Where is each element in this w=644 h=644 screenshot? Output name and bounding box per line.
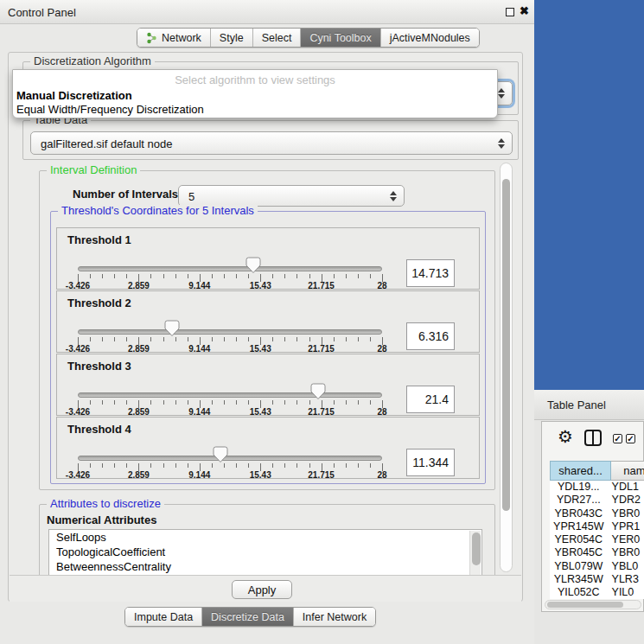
table-row[interactable]: YIL052CYIL0 — [550, 586, 644, 599]
threshold-value-input[interactable] — [406, 259, 455, 287]
slider-thumb[interactable] — [164, 320, 180, 337]
tick-mark — [358, 463, 359, 468]
attributes-list-scrollbar[interactable] — [469, 531, 481, 576]
table-cell: YBR045C — [550, 546, 608, 559]
tick-label: 15.43 — [250, 281, 271, 290]
table-data-group: Table Data galFiltered.sif default node — [22, 120, 519, 160]
tick-mark — [212, 400, 213, 405]
tab-select[interactable]: Select — [252, 29, 301, 47]
split-column-icon[interactable] — [583, 429, 603, 448]
slider-track[interactable] — [78, 456, 382, 461]
tick-mark — [188, 337, 188, 341]
bottom-tab-impute-data[interactable]: Impute Data — [125, 608, 201, 626]
tab-cyni-toolbox[interactable]: Cyni Toolbox — [300, 29, 379, 47]
attributes-list-scrollbar-thumb[interactable] — [472, 532, 481, 565]
table-row[interactable]: YDR27...YDR2 — [550, 494, 644, 507]
table-row[interactable]: YPR145WYPR1 — [550, 520, 644, 533]
table-horizontal-scrollbar-thumb[interactable] — [547, 602, 623, 608]
tick-label: 21.715 — [308, 470, 335, 480]
bottom-tab-label: Impute Data — [134, 611, 193, 623]
tab-jactivemnodules[interactable]: jActiveMNodules — [380, 29, 479, 47]
table-row[interactable]: YBR043CYBR0 — [550, 507, 644, 520]
tick-mark — [90, 274, 91, 278]
tick-label: 15.43 — [250, 470, 271, 480]
tick-mark — [334, 274, 335, 278]
popup-item-equal-width-frequency-discretization[interactable]: Equal Width/Frequency Discretization — [15, 103, 495, 117]
tick-label: 28 — [377, 281, 386, 290]
tick-mark — [163, 463, 164, 468]
tick-mark — [114, 400, 115, 405]
control-panel-title: Control Panel — [8, 6, 76, 19]
slider-thumb[interactable] — [245, 257, 261, 274]
tick-mark — [175, 463, 176, 468]
attribute-item-selfloops[interactable]: SelfLoops — [49, 530, 481, 545]
bottom-tab-discretize-data[interactable]: Discretize Data — [201, 608, 293, 626]
gear-icon[interactable]: ⚙ — [558, 427, 573, 446]
slider-thumb[interactable] — [310, 383, 326, 400]
close-icon[interactable]: ✖ — [520, 4, 529, 17]
tick-mark — [150, 274, 151, 278]
control-panel-titlebar: Control Panel ✖ — [0, 0, 534, 24]
table-panel-body: ⚙ ✓ ✓ shared...name YDL19...YDL1YDR27...… — [541, 421, 644, 612]
table-cell: YBR0 — [608, 507, 644, 520]
column-header-shared-[interactable]: shared... — [550, 461, 611, 481]
tick-label: 9.144 — [188, 344, 210, 354]
table-row[interactable]: YBR045CYBR0 — [550, 546, 644, 559]
tab-network[interactable]: Network — [137, 29, 210, 47]
table-row[interactable]: YDL19...YDL1 — [550, 481, 644, 494]
threshold-value-input[interactable] — [406, 322, 455, 350]
threshold-value-input[interactable] — [406, 449, 455, 476]
tab-style[interactable]: Style — [210, 29, 252, 47]
slider-track[interactable] — [78, 266, 382, 271]
table-row[interactable]: YBL079WYBL0 — [550, 560, 644, 573]
tick-mark — [309, 274, 310, 278]
table-header-row: shared...name — [550, 461, 644, 481]
tick-label: 28 — [377, 344, 386, 354]
tick-mark — [370, 274, 371, 278]
tick-mark — [90, 463, 91, 468]
tick-mark — [296, 463, 297, 468]
tick-mark — [236, 274, 237, 278]
network-window-frame: GAL80GACGAL11GAL4GCY1HHAP2 — [534, 0, 644, 390]
tick-mark — [212, 463, 213, 468]
threshold-panel-3: Threshold 3-3.4262.8599.14415.4321.71528 — [56, 354, 480, 416]
table-row[interactable]: YLR345WYLR3 — [550, 573, 644, 586]
checkbox-checked-icon[interactable]: ✓ — [613, 434, 622, 443]
table-cell: YDL19... — [550, 481, 608, 494]
tick-label: 28 — [377, 407, 386, 417]
table-cell: YER0 — [608, 533, 644, 546]
settings-scrollbar-thumb[interactable] — [502, 179, 510, 511]
tick-labels: -3.4262.8599.14415.4321.71528 — [78, 344, 382, 354]
bottom-tabs: Impute DataDiscretize DataInfer Network — [124, 607, 376, 627]
tab-label: Cyni Toolbox — [309, 32, 371, 44]
tick-label: -3.426 — [66, 470, 90, 480]
threshold-value-input[interactable] — [406, 386, 455, 413]
bottom-tab-infer-network[interactable]: Infer Network — [293, 608, 375, 626]
slider-track[interactable] — [78, 392, 382, 398]
table-data-combobox[interactable]: galFiltered.sif default node — [30, 131, 513, 155]
float-window-icon[interactable] — [506, 8, 514, 16]
combo-arrows-icon — [498, 88, 505, 99]
numerical-attributes-list[interactable]: SelfLoopsTopologicalCoefficientBetweenne… — [48, 529, 482, 576]
slider-track[interactable] — [78, 329, 382, 335]
table-row[interactable]: YER054CYER0 — [550, 533, 644, 546]
tick-mark — [346, 337, 347, 341]
tick-label: 28 — [377, 470, 386, 480]
settings-scrollbar[interactable] — [500, 163, 513, 572]
slider-thumb[interactable] — [213, 446, 228, 463]
thresholds-group-title: Threshold's Coordinates for 5 Intervals — [58, 205, 258, 217]
attribute-item-betweennesscentrality[interactable]: BetweennessCentrality — [49, 559, 481, 574]
screen: Control Panel ✖ NetworkStyleSelectCyni T… — [0, 0, 644, 644]
checkbox-checked-icon[interactable]: ✓ — [626, 434, 635, 443]
tick-label: 2.859 — [128, 470, 150, 480]
table-cell: YDL1 — [608, 481, 644, 494]
table-cell: YLR345W — [550, 573, 608, 586]
table-cell: YBL079W — [550, 560, 608, 573]
column-header-name[interactable]: name — [611, 461, 644, 481]
table-horizontal-scrollbar[interactable] — [545, 600, 641, 609]
popup-item-manual-discretization[interactable]: Manual Discretization — [15, 89, 495, 103]
apply-button[interactable]: Apply — [232, 580, 292, 599]
attribute-item-topologicalcoefficient[interactable]: TopologicalCoefficient — [49, 545, 481, 559]
tick-mark — [175, 274, 176, 278]
tick-mark — [126, 337, 127, 341]
